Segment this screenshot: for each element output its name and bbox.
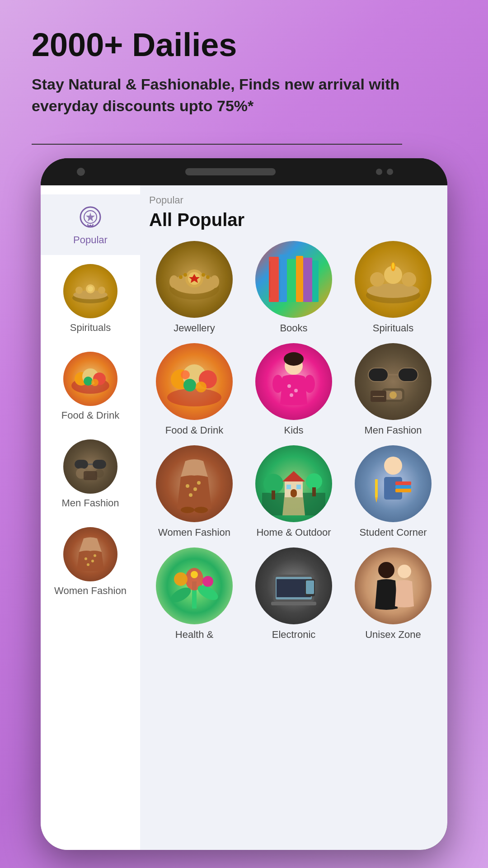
svg-rect-40 bbox=[287, 259, 296, 302]
category-item-student[interactable]: Student Corner bbox=[348, 445, 438, 538]
category-item-food[interactable]: Food & Drink bbox=[149, 343, 239, 436]
svg-rect-38 bbox=[269, 257, 279, 302]
svg-point-33 bbox=[202, 273, 205, 277]
app-screen: Popular Spirituals bbox=[41, 185, 447, 850]
svg-point-102 bbox=[174, 572, 188, 586]
phone-mockup: Popular Spirituals bbox=[41, 158, 447, 850]
category-item-books[interactable]: Books bbox=[249, 241, 339, 334]
kids-label: Kids bbox=[284, 425, 304, 436]
svg-point-14 bbox=[91, 379, 99, 386]
sidebar-item-women[interactable]: Women Fashion bbox=[41, 518, 140, 606]
svg-rect-88 bbox=[291, 489, 297, 497]
svg-point-37 bbox=[210, 275, 219, 288]
student-corner-label: Student Corner bbox=[359, 527, 427, 538]
svg-rect-43 bbox=[312, 260, 319, 302]
category-item-unisex[interactable]: Unisex Zone bbox=[348, 547, 438, 641]
svg-point-31 bbox=[179, 275, 183, 279]
food-label: Food & Drink bbox=[165, 425, 223, 436]
divider bbox=[32, 144, 402, 145]
men-fashion-label: Men Fashion bbox=[364, 425, 422, 436]
svg-rect-96 bbox=[375, 479, 378, 497]
sidebar-item-spirituals[interactable]: Spirituals bbox=[41, 255, 140, 343]
books-label: Books bbox=[280, 322, 307, 334]
sidebar-women-img bbox=[63, 527, 117, 581]
category-item-jewellery[interactable]: Jewellery bbox=[149, 241, 239, 334]
svg-rect-94 bbox=[395, 485, 411, 489]
sidebar-men-label: Men Fashion bbox=[61, 497, 119, 509]
women-fashion-label: Women Fashion bbox=[158, 527, 230, 538]
camera-left-dot bbox=[77, 168, 85, 176]
svg-point-75 bbox=[186, 484, 189, 488]
sidebar-item-popular[interactable]: Popular bbox=[41, 194, 140, 255]
svg-point-7 bbox=[98, 287, 105, 294]
svg-point-48 bbox=[370, 272, 385, 287]
svg-rect-20 bbox=[84, 471, 97, 480]
svg-rect-110 bbox=[306, 580, 314, 594]
sidebar-spirituals-img bbox=[63, 264, 117, 318]
sidebar-women-label: Women Fashion bbox=[54, 585, 127, 597]
home-outdoor-label: Home & Outdoor bbox=[256, 527, 331, 538]
category-item-kids[interactable]: Kids bbox=[249, 343, 339, 436]
svg-point-53 bbox=[167, 388, 221, 406]
svg-rect-85 bbox=[312, 487, 316, 496]
svg-rect-41 bbox=[296, 256, 303, 302]
svg-point-36 bbox=[169, 275, 178, 288]
svg-point-65 bbox=[294, 389, 298, 392]
svg-rect-67 bbox=[368, 368, 388, 382]
svg-rect-83 bbox=[272, 491, 275, 500]
home-outdoor-circle bbox=[255, 445, 332, 522]
svg-point-22 bbox=[91, 560, 94, 562]
svg-rect-93 bbox=[395, 481, 411, 485]
svg-point-5 bbox=[75, 287, 83, 294]
spirituals-circle bbox=[355, 241, 432, 318]
category-item-men-fashion[interactable]: Men Fashion bbox=[348, 343, 438, 436]
svg-point-8 bbox=[88, 286, 93, 292]
category-item-health[interactable]: Health & bbox=[149, 547, 239, 641]
popular-icon bbox=[77, 203, 104, 231]
spirituals-label: Spirituals bbox=[373, 322, 413, 334]
category-item-spirituals[interactable]: Spirituals bbox=[348, 241, 438, 334]
svg-point-104 bbox=[191, 571, 198, 578]
men-fashion-circle bbox=[355, 343, 432, 420]
svg-point-84 bbox=[306, 473, 322, 490]
svg-point-21 bbox=[84, 557, 87, 560]
main-content: Popular All Popular bbox=[140, 185, 447, 850]
sidebar: Popular Spirituals bbox=[41, 185, 140, 850]
header-subtitle: Stay Natural & Fashionable, Finds new ar… bbox=[32, 74, 402, 117]
svg-point-34 bbox=[206, 275, 210, 279]
books-circle bbox=[255, 241, 332, 318]
sidebar-food-img bbox=[63, 352, 117, 406]
women-fashion-circle bbox=[156, 445, 233, 522]
svg-rect-107 bbox=[271, 602, 316, 605]
kids-circle bbox=[255, 343, 332, 420]
header-section: 2000+ Dailies Stay Natural & Fashionable… bbox=[0, 0, 488, 130]
svg-point-61 bbox=[284, 352, 304, 366]
category-item-women-fashion[interactable]: Women Fashion bbox=[149, 445, 239, 538]
svg-point-64 bbox=[287, 384, 291, 388]
sidebar-item-food[interactable]: Food & Drink bbox=[41, 343, 140, 430]
unisex-label: Unisex Zone bbox=[365, 629, 421, 641]
svg-point-52 bbox=[392, 263, 394, 269]
sidebar-item-men[interactable]: Men Fashion bbox=[41, 430, 140, 518]
category-item-home[interactable]: Home & Outdoor bbox=[249, 445, 339, 538]
svg-point-13 bbox=[84, 377, 93, 386]
svg-point-58 bbox=[196, 382, 206, 392]
svg-rect-42 bbox=[303, 258, 312, 302]
electronic-label: Electronic bbox=[272, 629, 316, 641]
category-item-electronic[interactable]: Electronic bbox=[249, 547, 339, 641]
camera-dot-2 bbox=[387, 169, 393, 175]
svg-point-23 bbox=[87, 563, 89, 566]
svg-point-63 bbox=[304, 375, 315, 393]
section-title: All Popular bbox=[149, 210, 438, 230]
svg-point-91 bbox=[384, 457, 402, 475]
svg-point-78 bbox=[197, 481, 201, 485]
svg-point-50 bbox=[402, 272, 416, 287]
camera-dot-1 bbox=[376, 169, 382, 175]
svg-point-72 bbox=[389, 392, 397, 399]
health-circle bbox=[156, 547, 233, 624]
svg-rect-15 bbox=[75, 460, 88, 469]
sidebar-food-label: Food & Drink bbox=[61, 410, 119, 421]
sidebar-popular-label: Popular bbox=[73, 234, 108, 246]
svg-point-112 bbox=[398, 565, 411, 578]
svg-marker-97 bbox=[375, 497, 378, 503]
